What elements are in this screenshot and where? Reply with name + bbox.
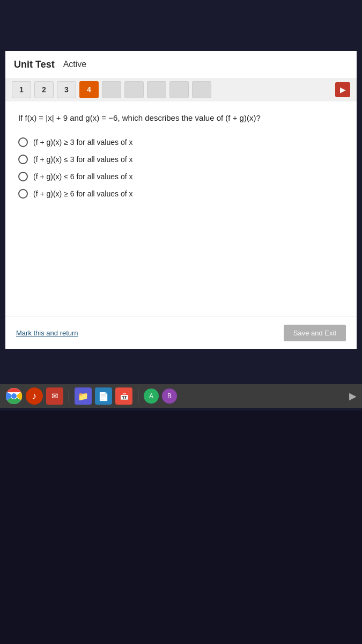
nav-btn-1[interactable]: 1 <box>12 81 31 98</box>
option-label-2: (f + g)(x) ≤ 6 for all values of x <box>33 172 132 181</box>
avatar-1[interactable]: A <box>144 389 159 404</box>
save-exit-button[interactable]: Save and Exit <box>284 325 346 341</box>
nav-btn-placeholder-2 <box>124 81 144 98</box>
radio-2[interactable] <box>18 172 28 181</box>
mail-icon[interactable]: ✉ <box>46 387 63 405</box>
dark-overlay <box>0 411 362 644</box>
nav-btn-2[interactable]: 2 <box>34 81 54 98</box>
calendar-icon[interactable]: 📅 <box>115 387 132 405</box>
taskbar: ♪ ✉ 📁 📄 📅 A B ▶ <box>0 384 362 408</box>
nav-bar: 1 2 3 4 ▶ <box>5 78 357 101</box>
taskbar-separator-2 <box>138 390 138 402</box>
mark-return-link[interactable]: Mark this and return <box>16 329 78 337</box>
status-badge: Active <box>63 60 87 69</box>
taskbar-arrow[interactable]: ▶ <box>349 390 357 402</box>
svg-point-2 <box>11 393 17 399</box>
nav-btn-placeholder-3 <box>147 81 166 98</box>
radio-0[interactable] <box>18 137 28 147</box>
option-row-1[interactable]: (f + g)(x) ≤ 3 for all values of x <box>18 155 344 164</box>
option-row-0[interactable]: (f + g)(x) ≥ 3 for all values of x <box>18 137 344 147</box>
title-area: Unit Test Active <box>14 59 86 70</box>
taskbar-separator <box>69 390 69 402</box>
bottom-bar: Mark this and return Save and Exit <box>5 317 357 349</box>
nav-btn-placeholder-4 <box>169 81 189 98</box>
nav-btn-placeholder-1 <box>102 81 121 98</box>
option-label-0: (f + g)(x) ≥ 3 for all values of x <box>33 138 132 147</box>
radio-3[interactable] <box>18 189 28 199</box>
avatar-2[interactable]: B <box>162 389 177 404</box>
question-text: If f(x) = |x| + 9 and g(x) = −6, which d… <box>18 112 344 125</box>
music-icon[interactable]: ♪ <box>26 387 43 405</box>
nav-btn-3[interactable]: 3 <box>57 81 76 98</box>
option-row-2[interactable]: (f + g)(x) ≤ 6 for all values of x <box>18 172 344 181</box>
option-label-1: (f + g)(x) ≤ 3 for all values of x <box>33 155 132 164</box>
files-icon[interactable]: 📄 <box>95 387 112 405</box>
question-area: If f(x) = |x| + 9 and g(x) = −6, which d… <box>5 101 357 332</box>
answer-options: (f + g)(x) ≥ 3 for all values of x (f + … <box>18 137 344 199</box>
nav-btn-placeholder-5 <box>192 81 211 98</box>
header-bar: Unit Test Active <box>5 51 357 78</box>
nav-arrow-button[interactable]: ▶ <box>335 82 350 97</box>
chrome-icon[interactable] <box>5 387 23 405</box>
option-row-3[interactable]: (f + g)(x) ≥ 6 for all values of x <box>18 189 344 199</box>
nav-btn-4[interactable]: 4 <box>79 81 99 98</box>
folder-icon[interactable]: 📁 <box>75 387 92 405</box>
option-label-3: (f + g)(x) ≥ 6 for all values of x <box>33 189 132 198</box>
page-title: Unit Test <box>14 59 55 70</box>
radio-1[interactable] <box>18 155 28 164</box>
